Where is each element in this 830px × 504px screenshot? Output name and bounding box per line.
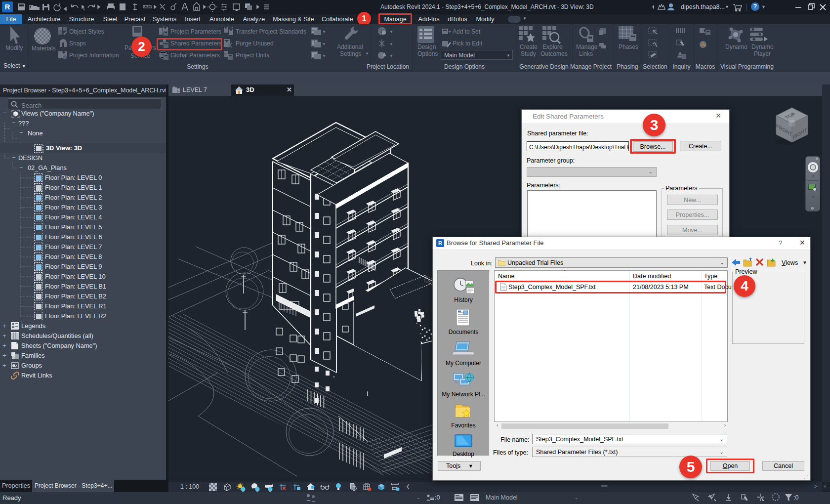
svg-text:!: ! (703, 43, 704, 46)
